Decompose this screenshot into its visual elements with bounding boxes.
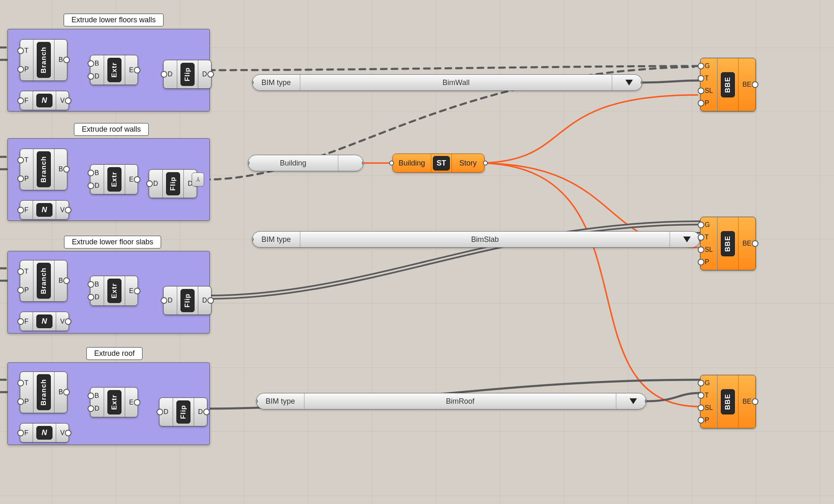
port[interactable]: E	[128, 64, 135, 76]
branch-component[interactable]: T P Branch B	[20, 371, 67, 413]
port[interactable]: D	[94, 70, 100, 83]
component-badge: Branch	[37, 151, 51, 187]
port[interactable]: V	[59, 95, 66, 107]
port[interactable]: BE	[742, 237, 752, 250]
port[interactable]: B	[94, 57, 100, 70]
extrude-component[interactable]: B D Extr E	[90, 387, 138, 417]
branch-component[interactable]: T P Branch B	[20, 149, 67, 190]
flip-component[interactable]: D Flip D	[163, 60, 211, 89]
port[interactable]: B	[94, 390, 100, 402]
bbe-component[interactable]: G T SL P BBE BE	[700, 58, 756, 111]
extrude-component[interactable]: B D Extr E	[90, 55, 138, 85]
story-component[interactable]: Building ST Story	[392, 154, 485, 173]
branch-component[interactable]: T P Branch B	[20, 260, 67, 302]
port[interactable]: P	[704, 97, 714, 109]
component-badge: Extr	[107, 390, 121, 414]
port[interactable]: D	[167, 294, 173, 307]
port[interactable]: SL	[704, 402, 714, 414]
component-badge: ST	[433, 156, 450, 170]
branch-component[interactable]: T P Branch B	[20, 39, 67, 81]
bim-type-slab-dropdown[interactable]: BIM type BimSlab	[252, 231, 700, 248]
port[interactable]: E	[128, 396, 135, 409]
flip-component[interactable]: D Flip D	[149, 169, 197, 198]
port[interactable]: P	[24, 395, 30, 408]
component-badge: Extr	[107, 58, 121, 82]
component-badge: Branch	[37, 374, 51, 410]
bbe-component[interactable]: G T SL P BBE BE	[700, 375, 756, 428]
port[interactable]: P	[24, 63, 30, 76]
port[interactable]: V	[59, 427, 66, 439]
negative-component[interactable]: F N V	[20, 200, 69, 220]
port[interactable]: P	[24, 284, 30, 296]
negative-component[interactable]: F N V	[20, 91, 69, 110]
port[interactable]: T	[704, 231, 714, 244]
bim-type-wall-dropdown[interactable]: BIM type BimWall	[252, 74, 642, 91]
chevron-down-icon[interactable]	[625, 80, 633, 85]
port[interactable]: SL	[704, 85, 714, 97]
port[interactable]: B	[58, 163, 64, 175]
port[interactable]: P	[24, 173, 30, 185]
n-badge: N	[36, 203, 52, 217]
relay[interactable]: ⅄	[192, 173, 204, 187]
port[interactable]: F	[24, 427, 29, 439]
port[interactable]: B	[58, 386, 64, 398]
port[interactable]: T	[704, 389, 714, 402]
negative-component[interactable]: F N V	[20, 423, 69, 442]
port[interactable]: SL	[704, 244, 714, 256]
port[interactable]: G	[704, 60, 714, 72]
component-badge: BBE	[721, 389, 735, 414]
port[interactable]: T	[24, 265, 30, 278]
n-badge: N	[36, 426, 52, 440]
port[interactable]: BE	[742, 395, 752, 408]
bbe-component[interactable]: G T SL P BBE BE	[700, 217, 756, 270]
port[interactable]: D	[163, 406, 169, 418]
bim-type-roof-dropdown[interactable]: BIM type BimRoof	[256, 393, 646, 409]
port[interactable]: V	[59, 204, 66, 216]
group-label: Extrude lower floor slabs	[64, 236, 161, 248]
port[interactable]: Story	[451, 154, 484, 172]
port[interactable]: F	[24, 315, 29, 328]
port[interactable]: B	[58, 274, 64, 287]
port[interactable]: D	[202, 68, 208, 80]
panel-value: Building	[248, 155, 338, 171]
panel-value: BimSlab	[300, 232, 670, 247]
flip-component[interactable]: D Flip D	[159, 398, 207, 426]
extrude-component[interactable]: B D Extr E	[90, 164, 138, 194]
port[interactable]: BE	[742, 78, 752, 91]
port[interactable]: T	[704, 72, 714, 85]
port[interactable]: D	[94, 402, 100, 415]
port[interactable]: F	[24, 204, 29, 216]
port[interactable]: T	[24, 154, 30, 166]
port[interactable]: E	[128, 285, 135, 297]
port[interactable]: D	[197, 406, 204, 418]
extrude-component[interactable]: B D Extr E	[90, 276, 138, 306]
panel-label: BIM type	[257, 393, 304, 409]
port[interactable]: D	[94, 180, 100, 192]
port[interactable]: D	[94, 291, 100, 303]
panel-value: BimRoof	[304, 393, 616, 409]
port[interactable]: B	[94, 278, 100, 291]
port[interactable]: T	[24, 377, 30, 389]
port[interactable]: G	[704, 377, 714, 389]
port[interactable]: B	[58, 54, 64, 66]
building-panel[interactable]: Building	[248, 155, 364, 171]
port[interactable]: G	[704, 219, 714, 231]
negative-component[interactable]: F N V	[20, 312, 69, 331]
port[interactable]: E	[128, 173, 135, 186]
port[interactable]: V	[59, 315, 66, 328]
port[interactable]: T	[24, 45, 30, 57]
flip-component[interactable]: D Flip D	[163, 286, 211, 315]
panel-label: BIM type	[252, 75, 300, 90]
port[interactable]: D	[202, 294, 208, 307]
port[interactable]: B	[94, 167, 100, 179]
canvas[interactable]: Extrude lower floors walls Extrude roof …	[0, 0, 834, 504]
component-badge: Flip	[176, 400, 190, 424]
port[interactable]: Building	[393, 154, 431, 172]
port[interactable]: P	[704, 256, 714, 268]
port[interactable]: P	[704, 414, 714, 426]
chevron-down-icon[interactable]	[683, 237, 691, 242]
port[interactable]: D	[167, 68, 173, 80]
chevron-down-icon[interactable]	[630, 398, 637, 404]
port[interactable]: F	[24, 95, 29, 107]
port[interactable]: D	[152, 177, 159, 190]
